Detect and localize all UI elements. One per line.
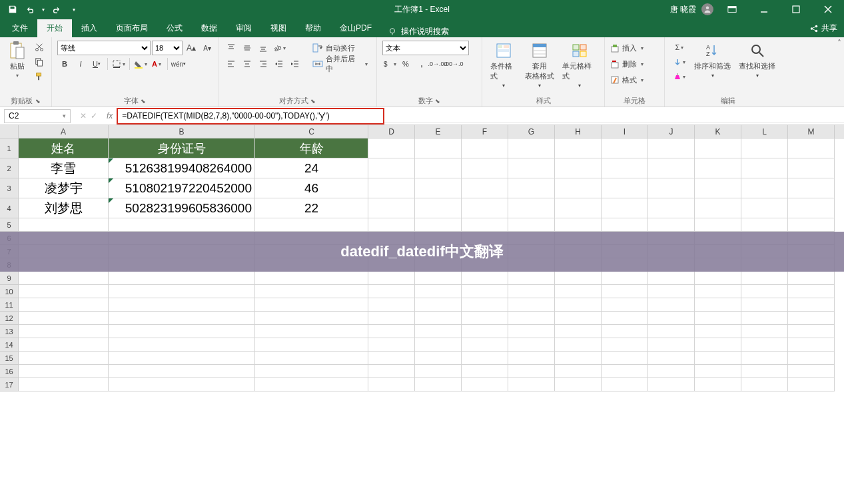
cell-E15[interactable] (415, 352, 462, 365)
cell-B4[interactable]: 502823199605836000 (109, 198, 255, 218)
cell-J10[interactable] (648, 285, 695, 298)
format-painter-button[interactable] (32, 69, 47, 84)
cell-G3[interactable] (508, 178, 555, 198)
cell-B14[interactable] (109, 338, 255, 352)
cell-E5[interactable] (415, 218, 462, 232)
bold-button[interactable]: B (57, 57, 72, 71)
cell-B9[interactable] (109, 272, 255, 285)
cell-H9[interactable] (555, 272, 602, 285)
close-button[interactable] (815, 0, 841, 19)
tab-wps-pdf[interactable]: 金山PDF (330, 19, 381, 37)
cell-F10[interactable] (462, 285, 508, 298)
column-header-B[interactable]: B (109, 125, 255, 138)
font-name-combo[interactable]: 等线 (57, 41, 151, 55)
cell-H17[interactable] (555, 378, 602, 391)
cell-C3[interactable]: 46 (255, 178, 368, 198)
cell-L4[interactable] (741, 198, 788, 218)
clear-button[interactable] (670, 69, 689, 84)
cell-K12[interactable] (695, 312, 741, 325)
merge-center-button[interactable]: 合并后居中 (309, 56, 371, 72)
cell-K1[interactable] (695, 138, 741, 158)
cell-K5[interactable] (695, 218, 741, 232)
cell-J1[interactable] (648, 138, 695, 158)
cell-L13[interactable] (741, 325, 788, 338)
column-header-K[interactable]: K (695, 125, 741, 138)
cell-D15[interactable] (368, 352, 415, 365)
cell-J11[interactable] (648, 298, 695, 312)
decrease-indent-button[interactable] (272, 57, 286, 71)
cell-L14[interactable] (741, 338, 788, 352)
column-header-L[interactable]: L (741, 125, 788, 138)
cell-I12[interactable] (602, 312, 648, 325)
cell-I15[interactable] (602, 352, 648, 365)
cell-C16[interactable] (255, 365, 368, 378)
cell-I16[interactable] (602, 365, 648, 378)
cell-D17[interactable] (368, 378, 415, 391)
cell-I14[interactable] (602, 338, 648, 352)
cell-B16[interactable] (109, 365, 255, 378)
cell-B5[interactable] (109, 218, 255, 232)
cell-B12[interactable] (109, 312, 255, 325)
cell-J13[interactable] (648, 325, 695, 338)
column-header-A[interactable]: A (19, 125, 109, 138)
italic-button[interactable]: I (73, 57, 88, 71)
phonetic-button[interactable]: wén▾ (171, 57, 186, 71)
cell-A2[interactable]: 李雪 (19, 158, 109, 178)
cell-I2[interactable] (602, 158, 648, 178)
tell-me-search[interactable]: 操作说明搜索 (381, 26, 456, 37)
cell-A10[interactable] (19, 285, 109, 298)
cell-C12[interactable] (255, 312, 368, 325)
cell-A13[interactable] (19, 325, 109, 338)
cell-F13[interactable] (462, 325, 508, 338)
cell-D1[interactable] (368, 138, 415, 158)
cell-H14[interactable] (555, 338, 602, 352)
cell-L16[interactable] (741, 365, 788, 378)
cell-M1[interactable] (788, 138, 835, 158)
increase-indent-button[interactable] (288, 57, 302, 71)
undo-dropdown[interactable]: ▾ (40, 2, 47, 17)
cell-J16[interactable] (648, 365, 695, 378)
row-header-16[interactable]: 16 (0, 365, 19, 378)
cell-B13[interactable] (109, 325, 255, 338)
cell-J3[interactable] (648, 178, 695, 198)
cell-I9[interactable] (602, 272, 648, 285)
fill-button[interactable] (670, 55, 689, 69)
sort-filter-button[interactable]: AZ 排序和筛选▾ (691, 40, 733, 80)
cell-H2[interactable] (555, 158, 602, 178)
undo-button[interactable] (23, 2, 37, 17)
cell-G14[interactable] (508, 338, 555, 352)
tab-home[interactable]: 开始 (37, 19, 72, 37)
column-header-H[interactable]: H (555, 125, 602, 138)
row-header-2[interactable]: 2 (0, 158, 19, 178)
cell-I3[interactable] (602, 178, 648, 198)
cell-L17[interactable] (741, 378, 788, 391)
cell-G12[interactable] (508, 312, 555, 325)
cell-I17[interactable] (602, 378, 648, 391)
minimize-button[interactable] (751, 0, 777, 19)
cell-B1[interactable]: 身份证号 (109, 138, 255, 158)
cell-A3[interactable]: 凌梦宇 (19, 178, 109, 198)
cell-F17[interactable] (462, 378, 508, 391)
cell-H1[interactable] (555, 138, 602, 158)
column-header-M[interactable]: M (788, 125, 835, 138)
cell-E9[interactable] (415, 272, 462, 285)
delete-cells-button[interactable]: 删除 (610, 56, 643, 72)
cell-M14[interactable] (788, 338, 835, 352)
tab-data[interactable]: 数据 (192, 19, 226, 37)
cell-J4[interactable] (648, 198, 695, 218)
cell-B17[interactable] (109, 378, 255, 391)
column-header-C[interactable]: C (255, 125, 368, 138)
cell-F4[interactable] (462, 198, 508, 218)
cell-B2[interactable]: 512638199408264000 (109, 158, 255, 178)
row-header-12[interactable]: 12 (0, 312, 19, 325)
cell-I13[interactable] (602, 325, 648, 338)
formula-input[interactable]: =DATEDIF(TEXT(MID(B2,7,8),"0000-00-00"),… (117, 108, 384, 125)
cell-C14[interactable] (255, 338, 368, 352)
cell-K9[interactable] (695, 272, 741, 285)
cell-H4[interactable] (555, 198, 602, 218)
cell-H13[interactable] (555, 325, 602, 338)
cell-A9[interactable] (19, 272, 109, 285)
cell-F3[interactable] (462, 178, 508, 198)
cell-E3[interactable] (415, 178, 462, 198)
cell-H15[interactable] (555, 352, 602, 365)
